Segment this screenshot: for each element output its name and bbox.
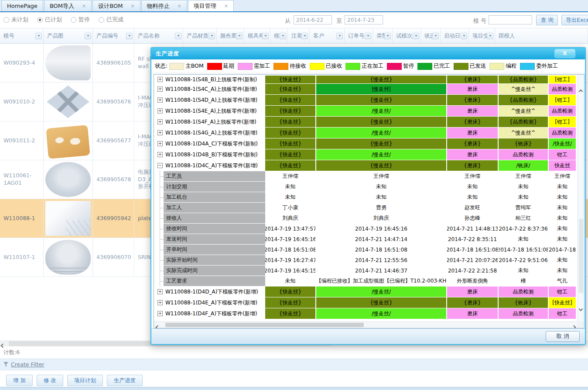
process-step-cell[interactable]: 品质检测: [549, 106, 576, 116]
process-step-cell[interactable]: {磨床}: [447, 160, 498, 171]
process-step-cell[interactable]: [钳工]: [549, 95, 576, 105]
expand-toggle-icon[interactable]: +: [157, 300, 163, 305]
date-to-input[interactable]: [345, 15, 383, 24]
column-filter-button[interactable]: [487, 33, 493, 39]
process-step-cell[interactable]: 品质检测: [499, 149, 548, 160]
expand-toggle-icon[interactable]: +: [157, 119, 163, 124]
column-filter-button[interactable]: [413, 33, 419, 39]
column-filter-button[interactable]: [336, 33, 343, 39]
process-step-cell[interactable]: 钳工: [549, 286, 576, 297]
tab[interactable]: HomePage: [1, 0, 43, 11]
column-header[interactable]: 跟模人: [495, 28, 588, 43]
status-radio[interactable]: 已计划: [37, 16, 62, 24]
column-header[interactable]: 产品编号: [93, 28, 134, 43]
process-step-cell[interactable]: /慢走丝/: [316, 149, 446, 160]
scroll-up-icon[interactable]: [579, 88, 582, 94]
column-filter-button[interactable]: [280, 33, 286, 39]
process-step-cell[interactable]: {快走丝}: [265, 308, 315, 319]
process-step-cell[interactable]: {慢走丝}: [316, 160, 446, 171]
process-step-cell[interactable]: {快走丝}: [265, 106, 315, 116]
process-step-cell[interactable]: /慢走丝/: [316, 308, 446, 319]
create-filter-link[interactable]: Create Filter: [11, 361, 44, 368]
column-filter-button[interactable]: [301, 33, 308, 39]
column-filter-button[interactable]: [35, 33, 42, 39]
process-step-cell[interactable]: 磨床: [447, 84, 498, 94]
process-step-cell[interactable]: {慢走丝}: [316, 297, 446, 308]
process-step-cell[interactable]: [快走丝]: [549, 297, 576, 308]
process-step-cell[interactable]: ^慢走丝^: [499, 128, 548, 138]
process-step-cell[interactable]: {铣床}: [499, 297, 548, 308]
process-step-cell[interactable]: [钳工]: [549, 76, 576, 83]
status-radio[interactable]: 暂停: [71, 16, 90, 24]
column-header[interactable]: 模具寿命: [244, 28, 270, 43]
process-step-cell[interactable]: ^慢走丝^: [499, 84, 548, 94]
status-radio[interactable]: 已完成: [99, 16, 123, 24]
process-step-cell[interactable]: {快走丝}: [265, 297, 315, 308]
process-step-cell[interactable]: {铣床}: [499, 138, 548, 149]
dialog-titlebar[interactable]: 生产进度 X: [151, 48, 585, 59]
column-header[interactable]: 类型: [373, 28, 393, 43]
column-header[interactable]: 状态: [421, 28, 441, 43]
process-step-cell[interactable]: {快走丝}: [265, 160, 315, 171]
scroll-left-icon[interactable]: [1, 342, 4, 349]
process-step-cell[interactable]: 品质检测: [499, 308, 548, 319]
expand-toggle-icon[interactable]: +: [157, 108, 163, 114]
process-step-cell[interactable]: 磨床: [447, 106, 498, 116]
process-step-cell[interactable]: 品质检测: [499, 286, 548, 297]
expand-toggle-icon[interactable]: +: [157, 77, 163, 82]
process-step-cell[interactable]: {快走丝}: [265, 138, 315, 149]
scroll-left-icon[interactable]: [156, 324, 159, 328]
process-step-cell[interactable]: {品质检测}: [499, 95, 548, 105]
process-step-cell[interactable]: 品质检测: [549, 84, 576, 94]
process-step-cell[interactable]: 钳工: [549, 308, 576, 319]
expand-toggle-icon[interactable]: +: [157, 130, 163, 135]
process-step-cell[interactable]: {快走丝}: [265, 84, 315, 94]
column-header[interactable]: 颜色要求: [217, 28, 244, 43]
process-step-cell[interactable]: {磨床}: [447, 138, 498, 149]
tab-close-icon[interactable]: ×: [224, 3, 228, 8]
process-step-cell[interactable]: /慢走丝/: [316, 106, 446, 116]
column-header[interactable]: 模穴数: [270, 28, 288, 43]
mold-number-input[interactable]: [489, 15, 532, 24]
grid-horizontal-scrollbar[interactable]: [154, 321, 578, 328]
grid-vertical-scrollbar[interactable]: [578, 75, 584, 321]
process-step-cell[interactable]: {磨床}: [447, 117, 498, 127]
process-step-cell[interactable]: /快走丝/: [549, 138, 576, 149]
tab[interactable]: BOM导入 ×: [44, 0, 92, 11]
process-step-cell[interactable]: 磨床: [447, 149, 498, 160]
process-step-cell[interactable]: 快走丝: [549, 160, 576, 171]
process-step-cell[interactable]: {磨床}: [447, 95, 498, 105]
cancel-button[interactable]: 取 消: [546, 331, 580, 342]
process-step-cell[interactable]: {慢走丝}: [316, 138, 446, 149]
process-step-cell[interactable]: {慢走丝}: [316, 95, 446, 105]
scrollbar-thumb[interactable]: [165, 323, 364, 327]
process-step-cell[interactable]: [钳工]: [549, 117, 576, 127]
process-step-cell[interactable]: /慢走丝/: [316, 286, 446, 297]
column-header[interactable]: 启动日期: [441, 28, 469, 43]
column-header[interactable]: 产品名称: [134, 28, 183, 43]
process-step-cell[interactable]: {快走丝}: [265, 76, 315, 83]
status-radio[interactable]: 未计划: [3, 16, 28, 24]
close-icon[interactable]: X: [554, 49, 575, 58]
process-step-cell[interactable]: {快走丝}: [265, 149, 315, 160]
column-header[interactable]: 试模次数: [393, 28, 421, 43]
process-step-cell[interactable]: {磨床}: [447, 297, 498, 308]
export-excel-button[interactable]: 导出Exce: [561, 15, 588, 25]
column-filter-button[interactable]: [432, 33, 439, 39]
scroll-right-icon[interactable]: [572, 324, 575, 328]
tab-close-icon[interactable]: ×: [82, 3, 86, 8]
expand-toggle-icon[interactable]: +: [157, 97, 163, 103]
column-filter-button[interactable]: [236, 33, 243, 39]
tab-close-icon[interactable]: ×: [130, 3, 134, 8]
date-from-input[interactable]: [294, 15, 332, 24]
scrollbar-thumb[interactable]: [579, 219, 583, 293]
process-step-cell[interactable]: 磨床: [447, 286, 498, 297]
column-header[interactable]: 模号: [0, 28, 44, 43]
column-header[interactable]: 产品图: [44, 28, 93, 43]
process-step-cell[interactable]: 品质检测: [549, 128, 576, 138]
scroll-down-icon[interactable]: [579, 305, 582, 312]
process-step-cell[interactable]: {快走丝}: [265, 128, 315, 138]
process-step-cell[interactable]: {磨床}: [447, 76, 498, 83]
search-button[interactable]: 查 询: [536, 15, 558, 25]
process-step-cell[interactable]: |慢走丝|: [316, 84, 446, 94]
